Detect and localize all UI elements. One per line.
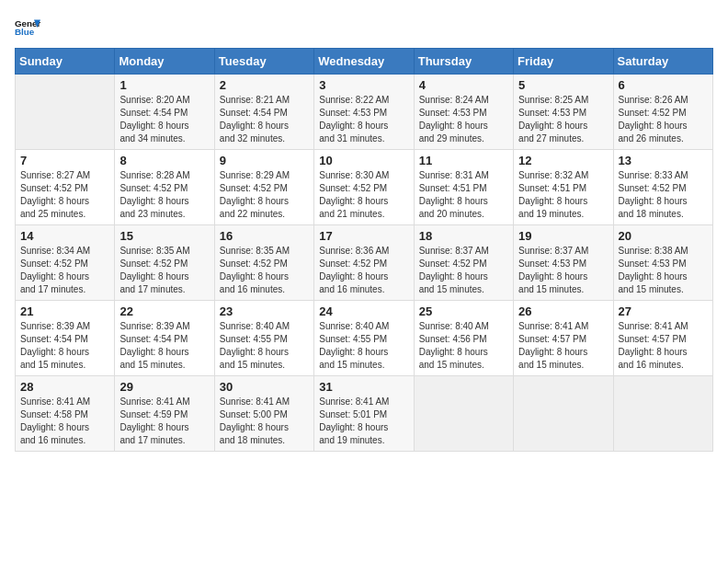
- day-number: 7: [20, 154, 109, 167]
- day-info: Sunrise: 8:41 AM Sunset: 4:57 PM Dayligh…: [518, 320, 608, 372]
- calendar-cell: 16Sunrise: 8:35 AM Sunset: 4:52 PM Dayli…: [214, 225, 313, 301]
- day-info: Sunrise: 8:40 AM Sunset: 4:55 PM Dayligh…: [319, 320, 408, 372]
- calendar-cell: 13Sunrise: 8:33 AM Sunset: 4:52 PM Dayli…: [613, 150, 712, 225]
- calendar-cell: [414, 376, 513, 452]
- calendar-cell: [514, 376, 613, 452]
- calendar-cell: 21Sunrise: 8:39 AM Sunset: 4:54 PM Dayli…: [16, 301, 115, 376]
- calendar-cell: [613, 376, 712, 452]
- day-info: Sunrise: 8:30 AM Sunset: 4:52 PM Dayligh…: [319, 169, 408, 221]
- day-number: 14: [20, 229, 109, 243]
- day-number: 22: [119, 304, 209, 318]
- day-number: 31: [319, 380, 408, 394]
- day-number: 13: [619, 154, 708, 167]
- calendar-week-1: 1Sunrise: 8:20 AM Sunset: 4:54 PM Daylig…: [16, 75, 713, 150]
- day-info: Sunrise: 8:40 AM Sunset: 4:55 PM Dayligh…: [220, 320, 309, 372]
- calendar-cell: 29Sunrise: 8:41 AM Sunset: 4:59 PM Dayli…: [115, 376, 214, 452]
- calendar-cell: 15Sunrise: 8:35 AM Sunset: 4:52 PM Dayli…: [115, 225, 214, 301]
- day-info: Sunrise: 8:29 AM Sunset: 4:52 PM Dayligh…: [220, 169, 309, 221]
- day-info: Sunrise: 8:38 AM Sunset: 4:53 PM Dayligh…: [619, 245, 708, 296]
- calendar-cell: 4Sunrise: 8:24 AM Sunset: 4:53 PM Daylig…: [414, 75, 513, 150]
- calendar-cell: 11Sunrise: 8:31 AM Sunset: 4:51 PM Dayli…: [414, 150, 513, 225]
- calendar-week-4: 21Sunrise: 8:39 AM Sunset: 4:54 PM Dayli…: [16, 301, 713, 376]
- logo-icon: General Blue: [15, 15, 40, 40]
- calendar-cell: 5Sunrise: 8:25 AM Sunset: 4:53 PM Daylig…: [514, 75, 613, 150]
- day-info: Sunrise: 8:25 AM Sunset: 4:53 PM Dayligh…: [518, 94, 608, 145]
- calendar-cell: 12Sunrise: 8:32 AM Sunset: 4:51 PM Dayli…: [514, 150, 613, 225]
- day-info: Sunrise: 8:33 AM Sunset: 4:52 PM Dayligh…: [619, 169, 708, 221]
- day-info: Sunrise: 8:21 AM Sunset: 4:54 PM Dayligh…: [220, 94, 309, 145]
- day-info: Sunrise: 8:39 AM Sunset: 4:54 PM Dayligh…: [119, 320, 209, 372]
- day-info: Sunrise: 8:27 AM Sunset: 4:52 PM Dayligh…: [20, 169, 109, 221]
- day-info: Sunrise: 8:32 AM Sunset: 4:51 PM Dayligh…: [518, 169, 608, 221]
- calendar-cell: 24Sunrise: 8:40 AM Sunset: 4:55 PM Dayli…: [314, 301, 414, 376]
- calendar-week-5: 28Sunrise: 8:41 AM Sunset: 4:58 PM Dayli…: [16, 376, 713, 452]
- day-info: Sunrise: 8:39 AM Sunset: 4:54 PM Dayligh…: [20, 320, 109, 372]
- day-header-sunday: Sunday: [16, 49, 115, 75]
- calendar-cell: 25Sunrise: 8:40 AM Sunset: 4:56 PM Dayli…: [414, 301, 513, 376]
- calendar-cell: [16, 75, 115, 150]
- day-info: Sunrise: 8:41 AM Sunset: 4:58 PM Dayligh…: [20, 396, 109, 447]
- day-info: Sunrise: 8:41 AM Sunset: 5:00 PM Dayligh…: [220, 396, 309, 447]
- day-info: Sunrise: 8:41 AM Sunset: 5:01 PM Dayligh…: [319, 396, 408, 447]
- calendar-table: SundayMondayTuesdayWednesdayThursdayFrid…: [15, 48, 713, 452]
- day-number: 3: [319, 78, 408, 92]
- calendar-cell: 7Sunrise: 8:27 AM Sunset: 4:52 PM Daylig…: [16, 150, 115, 225]
- day-number: 20: [619, 229, 708, 243]
- day-info: Sunrise: 8:31 AM Sunset: 4:51 PM Dayligh…: [419, 169, 508, 221]
- calendar-cell: 28Sunrise: 8:41 AM Sunset: 4:58 PM Dayli…: [16, 376, 115, 452]
- day-info: Sunrise: 8:26 AM Sunset: 4:52 PM Dayligh…: [619, 94, 708, 145]
- day-header-wednesday: Wednesday: [314, 49, 414, 75]
- day-number: 4: [419, 78, 508, 92]
- calendar-cell: 1Sunrise: 8:20 AM Sunset: 4:54 PM Daylig…: [115, 75, 214, 150]
- day-number: 11: [419, 154, 508, 167]
- day-number: 21: [20, 304, 109, 318]
- calendar-cell: 3Sunrise: 8:22 AM Sunset: 4:53 PM Daylig…: [314, 75, 414, 150]
- day-number: 8: [119, 154, 209, 167]
- calendar-cell: 2Sunrise: 8:21 AM Sunset: 4:54 PM Daylig…: [214, 75, 313, 150]
- svg-text:Blue: Blue: [15, 27, 35, 37]
- day-info: Sunrise: 8:22 AM Sunset: 4:53 PM Dayligh…: [319, 94, 408, 145]
- day-info: Sunrise: 8:24 AM Sunset: 4:53 PM Dayligh…: [419, 94, 508, 145]
- day-header-thursday: Thursday: [414, 49, 513, 75]
- day-header-saturday: Saturday: [613, 49, 712, 75]
- day-number: 29: [119, 380, 209, 394]
- calendar-cell: 8Sunrise: 8:28 AM Sunset: 4:52 PM Daylig…: [115, 150, 214, 225]
- day-number: 26: [518, 304, 608, 318]
- day-header-friday: Friday: [514, 49, 613, 75]
- logo: General Blue: [15, 15, 40, 40]
- day-number: 18: [419, 229, 508, 243]
- day-header-tuesday: Tuesday: [214, 49, 313, 75]
- day-number: 1: [119, 78, 209, 92]
- day-number: 24: [319, 304, 408, 318]
- calendar-week-2: 7Sunrise: 8:27 AM Sunset: 4:52 PM Daylig…: [16, 150, 713, 225]
- day-number: 15: [119, 229, 209, 243]
- day-number: 25: [419, 304, 508, 318]
- day-info: Sunrise: 8:41 AM Sunset: 4:57 PM Dayligh…: [619, 320, 708, 372]
- day-header-monday: Monday: [115, 49, 214, 75]
- day-info: Sunrise: 8:37 AM Sunset: 4:52 PM Dayligh…: [419, 245, 508, 296]
- calendar-cell: 30Sunrise: 8:41 AM Sunset: 5:00 PM Dayli…: [214, 376, 313, 452]
- day-number: 27: [619, 304, 708, 318]
- day-info: Sunrise: 8:34 AM Sunset: 4:52 PM Dayligh…: [20, 245, 109, 296]
- calendar-cell: 31Sunrise: 8:41 AM Sunset: 5:01 PM Dayli…: [314, 376, 414, 452]
- day-number: 23: [220, 304, 309, 318]
- calendar-cell: 23Sunrise: 8:40 AM Sunset: 4:55 PM Dayli…: [214, 301, 313, 376]
- day-number: 30: [220, 380, 309, 394]
- calendar-body: 1Sunrise: 8:20 AM Sunset: 4:54 PM Daylig…: [16, 75, 713, 452]
- day-info: Sunrise: 8:37 AM Sunset: 4:53 PM Dayligh…: [518, 245, 608, 296]
- day-info: Sunrise: 8:28 AM Sunset: 4:52 PM Dayligh…: [119, 169, 209, 221]
- calendar-cell: 18Sunrise: 8:37 AM Sunset: 4:52 PM Dayli…: [414, 225, 513, 301]
- day-number: 19: [518, 229, 608, 243]
- calendar-cell: 22Sunrise: 8:39 AM Sunset: 4:54 PM Dayli…: [115, 301, 214, 376]
- day-number: 6: [619, 78, 708, 92]
- day-number: 5: [518, 78, 608, 92]
- calendar-cell: 26Sunrise: 8:41 AM Sunset: 4:57 PM Dayli…: [514, 301, 613, 376]
- day-number: 9: [220, 154, 309, 167]
- day-number: 12: [518, 154, 608, 167]
- calendar-cell: 10Sunrise: 8:30 AM Sunset: 4:52 PM Dayli…: [314, 150, 414, 225]
- day-info: Sunrise: 8:41 AM Sunset: 4:59 PM Dayligh…: [119, 396, 209, 447]
- calendar-cell: 20Sunrise: 8:38 AM Sunset: 4:53 PM Dayli…: [613, 225, 712, 301]
- calendar-week-3: 14Sunrise: 8:34 AM Sunset: 4:52 PM Dayli…: [16, 225, 713, 301]
- day-number: 28: [20, 380, 109, 394]
- calendar-cell: 9Sunrise: 8:29 AM Sunset: 4:52 PM Daylig…: [214, 150, 313, 225]
